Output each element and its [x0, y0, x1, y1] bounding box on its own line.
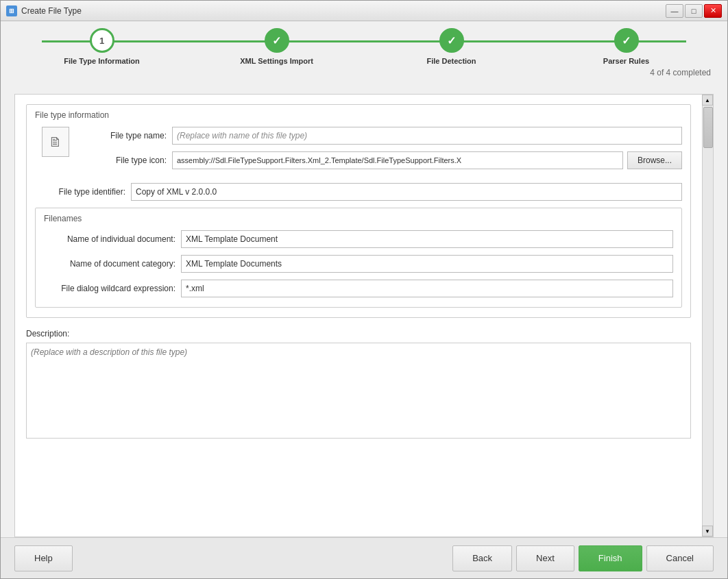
wizard-step-2: ✓ XML Settings Import [189, 28, 364, 65]
name-fields: File type name: File type icon: Browse..… [76, 127, 682, 176]
description-section: Description: [26, 329, 691, 441]
description-textarea[interactable] [26, 343, 691, 439]
description-label: Description: [26, 329, 691, 338]
step-2-label: XML Settings Import [240, 57, 313, 65]
wildcard-label: File dialog wildcard expression: [44, 284, 181, 293]
file-type-identifier-input[interactable] [131, 183, 682, 201]
individual-doc-input[interactable] [181, 230, 673, 248]
wildcard-input[interactable] [181, 280, 673, 297]
window-title: Create File Type [21, 6, 666, 16]
form-area: File type information 🗎 [14, 94, 714, 537]
form-inner: File type information 🗎 [15, 95, 702, 450]
window-controls: — □ ✕ [666, 4, 722, 18]
icon-path-row: Browse... [172, 151, 682, 169]
individual-doc-row: Name of individual document: [44, 230, 673, 248]
minimize-button[interactable]: — [666, 4, 683, 18]
help-button[interactable]: Help [14, 545, 73, 571]
file-type-name-input[interactable] [172, 127, 682, 145]
step-3-circle: ✓ [439, 28, 464, 53]
doc-category-input[interactable] [181, 255, 673, 273]
file-type-info-group: File type information 🗎 [26, 104, 691, 318]
scrollbar-up-arrow[interactable]: ▲ [702, 95, 713, 106]
scrollbar-thumb[interactable] [703, 107, 713, 148]
step-2-circle: ✓ [265, 28, 289, 53]
app-icon: ⊞ [6, 5, 17, 16]
file-type-identifier-row: File type identifier: [35, 183, 682, 201]
wizard-step-1: 1 File Type Information [14, 28, 189, 65]
step-4-label: Parser Rules [603, 57, 649, 65]
step-4-circle: ✓ [614, 28, 639, 53]
file-type-icon-input[interactable] [172, 151, 623, 169]
file-type-name-label: File type name: [76, 131, 172, 140]
progress-text: 4 of 4 completed [1, 65, 727, 83]
file-type-identifier-label: File type identifier: [35, 187, 131, 197]
filenames-group-label: Filenames [44, 214, 673, 223]
main-content: File type information 🗎 [1, 83, 727, 537]
doc-category-label: Name of document category: [44, 259, 181, 269]
individual-doc-label: Name of individual document: [44, 234, 181, 244]
finish-button[interactable]: Finish [579, 545, 642, 571]
step-1-label: File Type Information [64, 57, 139, 65]
icon-name-row: 🗎 File type name: [35, 127, 682, 176]
back-button[interactable]: Back [452, 545, 512, 571]
file-type-icon-row: File type icon: Browse... [76, 151, 682, 169]
wizard-steps: 1 File Type Information ✓ XML Settings I… [1, 21, 727, 65]
next-button[interactable]: Next [516, 545, 574, 571]
form-scroll-area[interactable]: File type information 🗎 [14, 94, 703, 537]
scrollbar-down-arrow[interactable]: ▼ [702, 526, 713, 537]
file-icon-box: 🗎 [42, 127, 69, 157]
bottom-bar: Help Back Next Finish Cancel [1, 537, 727, 578]
main-window: ⊞ Create File Type — □ ✕ 1 File Type Inf… [0, 0, 728, 579]
filenames-group: Filenames Name of individual document: N… [35, 208, 682, 308]
title-bar: ⊞ Create File Type — □ ✕ [1, 1, 727, 21]
wizard-step-4: ✓ Parser Rules [539, 28, 714, 65]
group-label: File type information [35, 110, 682, 120]
cancel-button[interactable]: Cancel [646, 545, 714, 571]
wildcard-row: File dialog wildcard expression: [44, 280, 673, 297]
doc-category-row: Name of document category: [44, 255, 673, 273]
file-icon-area: 🗎 [35, 127, 76, 157]
maximize-button[interactable]: □ [685, 4, 703, 18]
file-type-icon-label: File type icon: [76, 156, 172, 165]
step-3-label: File Detection [426, 57, 476, 65]
wizard-step-3: ✓ File Detection [364, 28, 539, 65]
close-button[interactable]: ✕ [704, 4, 722, 18]
scrollbar-track[interactable]: ▲ ▼ [703, 94, 714, 537]
browse-button[interactable]: Browse... [627, 151, 682, 169]
step-1-circle: 1 [90, 28, 114, 53]
file-type-name-row: File type name: [76, 127, 682, 145]
